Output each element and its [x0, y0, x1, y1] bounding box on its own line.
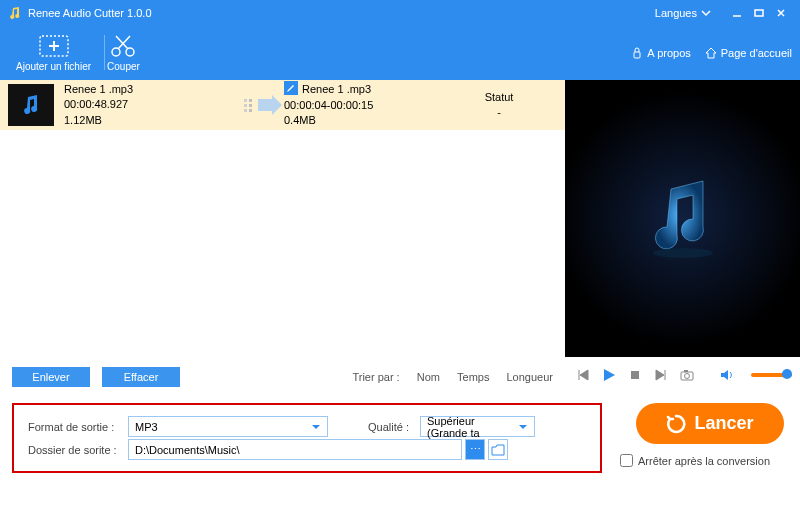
app-icon: [8, 6, 22, 20]
prev-button[interactable]: [573, 365, 593, 385]
preview-area: [565, 80, 800, 357]
format-label: Format de sortie :: [28, 421, 128, 433]
minimize-button[interactable]: [726, 4, 748, 22]
next-button[interactable]: [651, 365, 671, 385]
play-button[interactable]: [599, 365, 619, 385]
volume-slider[interactable]: [751, 373, 792, 377]
maximize-button[interactable]: [748, 4, 770, 22]
stop-button[interactable]: [625, 365, 645, 385]
file-thumbnail: [8, 84, 54, 126]
close-button[interactable]: [770, 4, 792, 22]
more-path-button[interactable]: ⋯: [465, 439, 485, 460]
volume-icon[interactable]: [717, 365, 737, 385]
launch-button[interactable]: Lancer: [636, 403, 783, 444]
svg-rect-13: [631, 371, 639, 379]
remove-button[interactable]: Enlever: [12, 367, 90, 387]
svg-rect-8: [244, 109, 247, 112]
folder-label: Dossier de sorite :: [28, 444, 128, 456]
sort-time[interactable]: Temps: [457, 371, 489, 383]
quality-label: Qualité :: [368, 421, 420, 433]
svg-point-12: [653, 248, 713, 258]
source-file-info: Renee 1 .mp3 00:00:48.927 1.12MB: [64, 82, 239, 128]
clear-button[interactable]: Effacer: [102, 367, 180, 387]
svg-rect-16: [684, 370, 688, 372]
add-file-button[interactable]: Ajouter un fichier: [8, 29, 99, 76]
svg-rect-1: [755, 10, 763, 16]
svg-rect-5: [634, 52, 640, 58]
snapshot-button[interactable]: [677, 365, 697, 385]
stop-after-checkbox[interactable]: Arrêter après la conversion: [620, 454, 770, 467]
output-file-info: Renee 1 .mp3 00:00:04-00:00:15 0.4MB: [284, 81, 459, 128]
language-dropdown[interactable]: Langues: [655, 7, 711, 19]
output-settings-panel: Format de sortie : MP3 Qualité : Supérie…: [12, 403, 602, 473]
svg-rect-7: [244, 104, 247, 107]
edit-icon[interactable]: [284, 81, 298, 95]
svg-rect-9: [249, 99, 252, 102]
svg-point-15: [685, 374, 690, 379]
file-row[interactable]: Renee 1 .mp3 00:00:48.927 1.12MB Renee 1…: [0, 80, 565, 130]
quality-dropdown[interactable]: Supérieur (Grande ta: [420, 416, 535, 437]
sort-name[interactable]: Nom: [417, 371, 440, 383]
browse-folder-button[interactable]: [488, 439, 508, 460]
cut-button[interactable]: Couper: [99, 29, 148, 76]
output-folder-input[interactable]: D:\Documents\Music\: [128, 439, 462, 460]
svg-rect-6: [244, 99, 247, 102]
home-link[interactable]: Page d'accueil: [705, 47, 792, 59]
sort-controls: Trier par : Nom Temps Longueur: [192, 371, 553, 383]
sort-length[interactable]: Longueur: [507, 371, 554, 383]
svg-rect-10: [249, 104, 252, 107]
status-column: Statut -: [459, 90, 539, 121]
app-title: Renee Audio Cutter 1.0.0: [28, 7, 655, 19]
svg-rect-11: [249, 109, 252, 112]
arrow-icon: [239, 95, 284, 115]
format-dropdown[interactable]: MP3: [128, 416, 328, 437]
about-link[interactable]: A propos: [631, 47, 690, 59]
